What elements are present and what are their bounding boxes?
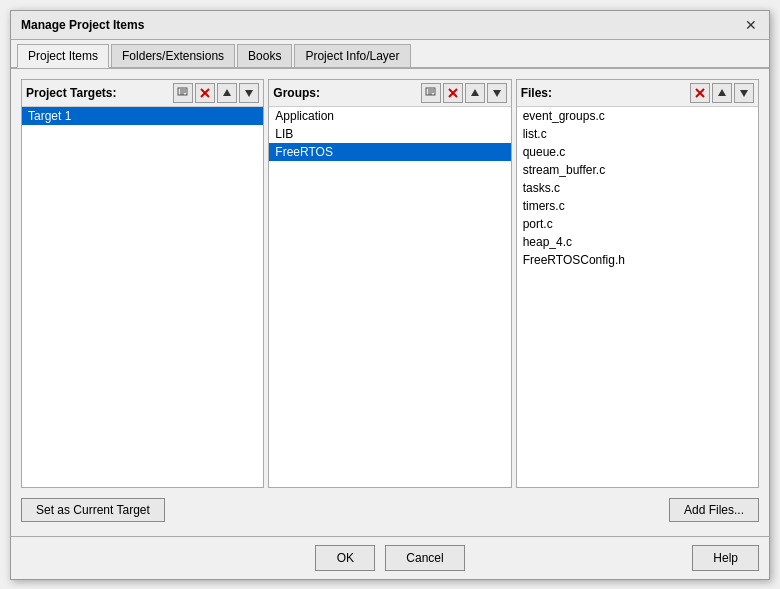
groups-panel-title: Groups: bbox=[273, 86, 418, 100]
files-panel-header: Files: bbox=[517, 80, 758, 107]
targets-list: Target 1 bbox=[22, 107, 263, 487]
list-item[interactable]: port.c bbox=[517, 215, 758, 233]
targets-panel-title: Project Targets: bbox=[26, 86, 171, 100]
ok-button[interactable]: OK bbox=[315, 545, 375, 571]
delete-group-icon bbox=[447, 87, 459, 99]
delete-file-icon bbox=[694, 87, 706, 99]
files-delete-button[interactable] bbox=[690, 83, 710, 103]
panels-row: Project Targets: Target 1 bbox=[21, 79, 759, 488]
targets-delete-button[interactable] bbox=[195, 83, 215, 103]
svg-marker-19 bbox=[740, 90, 748, 97]
bottom-buttons-row: Set as Current Target Add Files... bbox=[21, 494, 759, 526]
files-panel: Files: event_groups.c list.c queue.c bbox=[516, 79, 759, 488]
move-up-target-icon bbox=[221, 87, 233, 99]
list-item[interactable]: LIB bbox=[269, 125, 510, 143]
svg-marker-7 bbox=[245, 90, 253, 97]
help-button-wrap: Help bbox=[692, 545, 759, 571]
targets-move-up-button[interactable] bbox=[217, 83, 237, 103]
groups-panel-header: Groups: bbox=[269, 80, 510, 107]
list-item[interactable]: event_groups.c bbox=[517, 107, 758, 125]
content-area: Project Targets: Target 1 bbox=[11, 69, 769, 536]
tab-bar: Project Items Folders/Extensions Books P… bbox=[11, 40, 769, 69]
list-item[interactable]: queue.c bbox=[517, 143, 758, 161]
svg-marker-18 bbox=[718, 89, 726, 96]
move-down-target-icon bbox=[243, 87, 255, 99]
list-item[interactable]: list.c bbox=[517, 125, 758, 143]
list-item[interactable]: FreeRTOSConfig.h bbox=[517, 251, 758, 269]
bottom-right-buttons: Add Files... bbox=[669, 498, 759, 522]
move-down-group-icon bbox=[491, 87, 503, 99]
svg-marker-6 bbox=[223, 89, 231, 96]
tab-folders-extensions[interactable]: Folders/Extensions bbox=[111, 44, 235, 67]
tab-project-items[interactable]: Project Items bbox=[17, 44, 109, 68]
files-move-up-button[interactable] bbox=[712, 83, 732, 103]
bottom-left-buttons: Set as Current Target bbox=[21, 498, 165, 522]
files-panel-title: Files: bbox=[521, 86, 688, 100]
dialog-title: Manage Project Items bbox=[21, 18, 144, 32]
title-bar: Manage Project Items ✕ bbox=[11, 11, 769, 40]
svg-marker-15 bbox=[493, 90, 501, 97]
set-current-target-button[interactable]: Set as Current Target bbox=[21, 498, 165, 522]
manage-project-items-dialog: Manage Project Items ✕ Project Items Fol… bbox=[10, 10, 770, 580]
list-item[interactable]: Target 1 bbox=[22, 107, 263, 125]
help-button[interactable]: Help bbox=[692, 545, 759, 571]
add-files-button[interactable]: Add Files... bbox=[669, 498, 759, 522]
groups-add-button[interactable] bbox=[421, 83, 441, 103]
project-targets-panel: Project Targets: Target 1 bbox=[21, 79, 264, 488]
tab-project-info-layer[interactable]: Project Info/Layer bbox=[294, 44, 410, 67]
cancel-button[interactable]: Cancel bbox=[385, 545, 464, 571]
add-group-icon bbox=[425, 87, 437, 99]
groups-list: Application LIB FreeRTOS bbox=[269, 107, 510, 487]
dialog-footer: OK Cancel Help bbox=[11, 536, 769, 579]
center-footer-buttons: OK Cancel bbox=[315, 545, 464, 571]
move-up-group-icon bbox=[469, 87, 481, 99]
targets-add-button[interactable] bbox=[173, 83, 193, 103]
add-target-icon bbox=[177, 87, 189, 99]
groups-move-up-button[interactable] bbox=[465, 83, 485, 103]
tab-books[interactable]: Books bbox=[237, 44, 292, 67]
delete-target-icon bbox=[199, 87, 211, 99]
move-up-file-icon bbox=[716, 87, 728, 99]
list-item[interactable]: FreeRTOS bbox=[269, 143, 510, 161]
list-item[interactable]: Application bbox=[269, 107, 510, 125]
close-button[interactable]: ✕ bbox=[743, 17, 759, 33]
groups-delete-button[interactable] bbox=[443, 83, 463, 103]
list-item[interactable]: tasks.c bbox=[517, 179, 758, 197]
move-down-file-icon bbox=[738, 87, 750, 99]
groups-panel: Groups: Application LI bbox=[268, 79, 511, 488]
targets-panel-header: Project Targets: bbox=[22, 80, 263, 107]
files-move-down-button[interactable] bbox=[734, 83, 754, 103]
footer-row: OK Cancel Help bbox=[21, 545, 759, 571]
files-list: event_groups.c list.c queue.c stream_buf… bbox=[517, 107, 758, 487]
groups-move-down-button[interactable] bbox=[487, 83, 507, 103]
svg-marker-14 bbox=[471, 89, 479, 96]
list-item[interactable]: stream_buffer.c bbox=[517, 161, 758, 179]
list-item[interactable]: timers.c bbox=[517, 197, 758, 215]
targets-move-down-button[interactable] bbox=[239, 83, 259, 103]
list-item[interactable]: heap_4.c bbox=[517, 233, 758, 251]
